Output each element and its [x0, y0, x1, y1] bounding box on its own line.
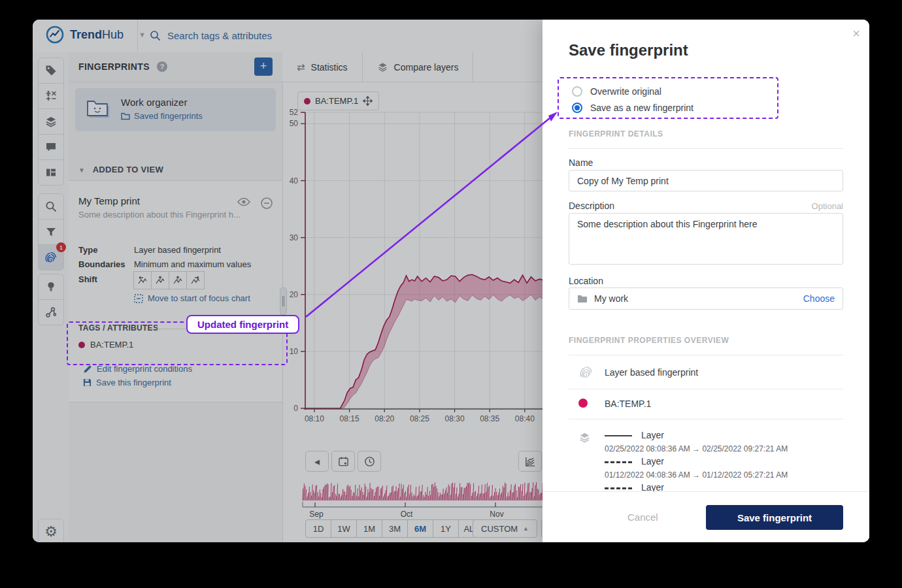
details-section-header: FINGERPRINT DETAILS	[569, 129, 663, 139]
divider	[569, 355, 843, 355]
choose-location-link[interactable]: Choose	[803, 293, 835, 304]
divider	[569, 148, 843, 149]
save-fingerprint-button[interactable]: Save fingerprint	[706, 505, 843, 530]
close-icon[interactable]: ×	[852, 26, 860, 41]
dashed-line-sample	[605, 487, 632, 489]
location-label: Location	[569, 276, 603, 286]
description-label: Description	[569, 201, 614, 211]
annotation-callout: Updated fingerprint	[186, 315, 299, 334]
cancel-button[interactable]: Cancel	[620, 506, 666, 528]
modal-title: Save fingerprint	[569, 41, 688, 59]
folder-icon	[577, 295, 588, 303]
solid-line-sample	[605, 435, 632, 436]
modal-footer: Cancel Save fingerprint	[543, 491, 869, 542]
layers-icon	[578, 431, 591, 444]
save-fingerprint-modal: × Save fingerprint Overwrite original Sa…	[543, 20, 869, 542]
name-label: Name	[569, 157, 593, 168]
dashed-line-sample	[605, 461, 632, 463]
properties-section-header: FINGERPRINT PROPERTIES OVERVIEW	[569, 336, 729, 345]
property-type: Layer based fingerprint	[605, 367, 698, 378]
layer-range: 01/12/2022 04:08:36 AM → 01/12/2022 05:2…	[605, 470, 788, 480]
property-tag: BA:TEMP.1	[605, 399, 651, 409]
layer-item: Layer	[605, 456, 664, 466]
name-input[interactable]	[569, 170, 843, 191]
dim-overlay	[33, 20, 543, 542]
layer-range: 02/25/2022 08:08:36 AM → 02/25/2022 09:2…	[605, 444, 788, 453]
app-window: TrendHub ▼ Search tags & attributes	[33, 20, 869, 542]
divider	[569, 419, 843, 419]
annotation-box-radios	[558, 77, 778, 119]
location-value: My work	[594, 293, 628, 304]
series-color-dot	[578, 399, 588, 408]
layer-item: Layer	[605, 430, 664, 440]
divider	[569, 389, 843, 389]
fingerprint-icon	[578, 365, 594, 380]
location-box: My work Choose	[569, 287, 843, 310]
description-textarea[interactable]: Some description about this Fingerprint …	[569, 213, 843, 265]
optional-hint: Optional	[812, 201, 843, 211]
